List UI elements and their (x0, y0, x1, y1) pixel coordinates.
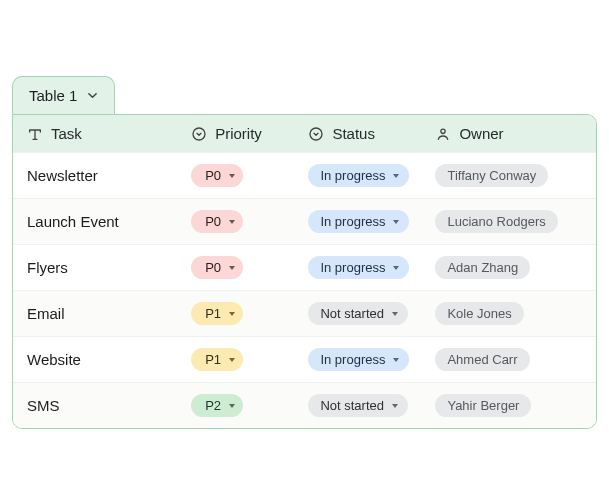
priority-value: P1 (205, 306, 221, 321)
chevron-down-icon (229, 312, 235, 316)
column-label: Priority (215, 125, 262, 142)
cell-owner: Luciano Rodgers (435, 210, 582, 233)
owner-chip[interactable]: Tiffany Conway (435, 164, 548, 187)
cell-task[interactable]: Email (27, 305, 191, 322)
cell-priority: P2 (191, 394, 308, 417)
cell-status: In progress (308, 256, 435, 279)
status-value: In progress (320, 260, 385, 275)
cell-status: Not started (308, 394, 435, 417)
owner-chip[interactable]: Ahmed Carr (435, 348, 529, 371)
column-label: Task (51, 125, 82, 142)
svg-point-2 (441, 129, 445, 133)
person-icon (435, 126, 451, 142)
chevron-down-icon (393, 358, 399, 362)
chevron-down-icon (392, 312, 398, 316)
owner-chip[interactable]: Kole Jones (435, 302, 523, 325)
chevron-down-icon (392, 404, 398, 408)
priority-pill[interactable]: P0 (191, 210, 243, 233)
cell-owner: Adan Zhang (435, 256, 582, 279)
status-pill[interactable]: In progress (308, 256, 409, 279)
owner-name: Adan Zhang (447, 260, 518, 275)
table-container: Task Priority Status Owner NewsletterP0I… (12, 114, 597, 429)
dropdown-circle-icon (308, 126, 324, 142)
cell-status: In progress (308, 210, 435, 233)
status-pill[interactable]: Not started (308, 394, 408, 417)
status-value: In progress (320, 214, 385, 229)
status-pill[interactable]: Not started (308, 302, 408, 325)
table-row: EmailP1Not startedKole Jones (13, 290, 596, 336)
owner-name: Luciano Rodgers (447, 214, 545, 229)
cell-owner: Yahir Berger (435, 394, 582, 417)
svg-point-1 (310, 128, 322, 140)
chevron-down-icon (229, 174, 235, 178)
column-header-priority[interactable]: Priority (191, 125, 308, 142)
table-tab[interactable]: Table 1 (12, 76, 115, 114)
column-label: Status (332, 125, 375, 142)
priority-value: P1 (205, 352, 221, 367)
priority-pill[interactable]: P0 (191, 256, 243, 279)
cell-owner: Ahmed Carr (435, 348, 582, 371)
cell-task[interactable]: SMS (27, 397, 191, 414)
cell-status: In progress (308, 164, 435, 187)
chevron-down-icon (393, 220, 399, 224)
priority-pill[interactable]: P2 (191, 394, 243, 417)
cell-status: Not started (308, 302, 435, 325)
table-row: FlyersP0In progressAdan Zhang (13, 244, 596, 290)
cell-priority: P0 (191, 256, 308, 279)
owner-name: Kole Jones (447, 306, 511, 321)
column-header-task[interactable]: Task (27, 125, 191, 142)
priority-value: P0 (205, 168, 221, 183)
priority-pill[interactable]: P0 (191, 164, 243, 187)
status-value: Not started (320, 398, 384, 413)
owner-name: Ahmed Carr (447, 352, 517, 367)
table-row: SMSP2Not startedYahir Berger (13, 382, 596, 428)
cell-owner: Kole Jones (435, 302, 582, 325)
priority-value: P0 (205, 260, 221, 275)
cell-task[interactable]: Newsletter (27, 167, 191, 184)
chevron-down-icon (87, 90, 98, 101)
chevron-down-icon (229, 220, 235, 224)
table-header: Task Priority Status Owner (13, 115, 596, 152)
status-pill[interactable]: In progress (308, 210, 409, 233)
svg-point-0 (193, 128, 205, 140)
cell-task[interactable]: Launch Event (27, 213, 191, 230)
column-header-owner[interactable]: Owner (435, 125, 582, 142)
cell-task[interactable]: Website (27, 351, 191, 368)
owner-chip[interactable]: Yahir Berger (435, 394, 531, 417)
table-tab-label: Table 1 (29, 87, 77, 104)
cell-owner: Tiffany Conway (435, 164, 582, 187)
chevron-down-icon (229, 266, 235, 270)
owner-name: Yahir Berger (447, 398, 519, 413)
cell-priority: P1 (191, 302, 308, 325)
cell-priority: P1 (191, 348, 308, 371)
cell-priority: P0 (191, 164, 308, 187)
priority-value: P2 (205, 398, 221, 413)
cell-priority: P0 (191, 210, 308, 233)
owner-name: Tiffany Conway (447, 168, 536, 183)
priority-value: P0 (205, 214, 221, 229)
status-value: In progress (320, 352, 385, 367)
table-row: WebsiteP1In progressAhmed Carr (13, 336, 596, 382)
priority-pill[interactable]: P1 (191, 348, 243, 371)
chevron-down-icon (393, 174, 399, 178)
cell-status: In progress (308, 348, 435, 371)
status-pill[interactable]: In progress (308, 348, 409, 371)
owner-chip[interactable]: Luciano Rodgers (435, 210, 557, 233)
status-value: Not started (320, 306, 384, 321)
column-header-status[interactable]: Status (308, 125, 435, 142)
chevron-down-icon (229, 358, 235, 362)
dropdown-circle-icon (191, 126, 207, 142)
table-row: NewsletterP0In progressTiffany Conway (13, 152, 596, 198)
column-label: Owner (459, 125, 503, 142)
priority-pill[interactable]: P1 (191, 302, 243, 325)
status-value: In progress (320, 168, 385, 183)
cell-task[interactable]: Flyers (27, 259, 191, 276)
table-row: Launch EventP0In progressLuciano Rodgers (13, 198, 596, 244)
owner-chip[interactable]: Adan Zhang (435, 256, 530, 279)
text-icon (27, 126, 43, 142)
chevron-down-icon (393, 266, 399, 270)
status-pill[interactable]: In progress (308, 164, 409, 187)
chevron-down-icon (229, 404, 235, 408)
